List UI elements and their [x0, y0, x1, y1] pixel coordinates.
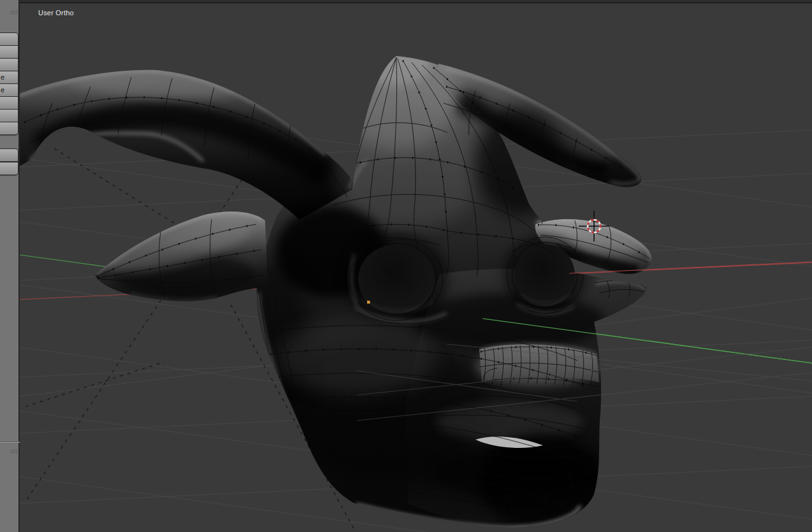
viewport-mode-label: User Ortho	[38, 9, 74, 17]
viewport-3d[interactable]: User Ortho	[0, 0, 812, 532]
tool-button[interactable]	[0, 109, 18, 122]
tool-button[interactable]	[0, 45, 18, 59]
tool-button[interactable]	[0, 58, 18, 71]
panel-grip-icon[interactable]	[10, 10, 18, 15]
tool-button[interactable]	[0, 122, 18, 135]
tool-button[interactable]	[0, 96, 18, 110]
viewport-canvas[interactable]	[0, 0, 812, 532]
eye-right	[515, 244, 575, 306]
tool-button[interactable]	[0, 162, 18, 175]
panel-grip-icon[interactable]	[10, 449, 18, 454]
selected-vertex	[367, 301, 370, 304]
tool-button[interactable]	[0, 148, 18, 162]
region-divider	[0, 442, 20, 443]
tool-button[interactable]: e	[0, 83, 18, 97]
tool-button[interactable]: e	[0, 71, 18, 84]
top-header-strip	[20, 0, 812, 3]
tool-button[interactable]	[0, 32, 18, 46]
tool-shelf[interactable]: e e	[0, 0, 20, 532]
